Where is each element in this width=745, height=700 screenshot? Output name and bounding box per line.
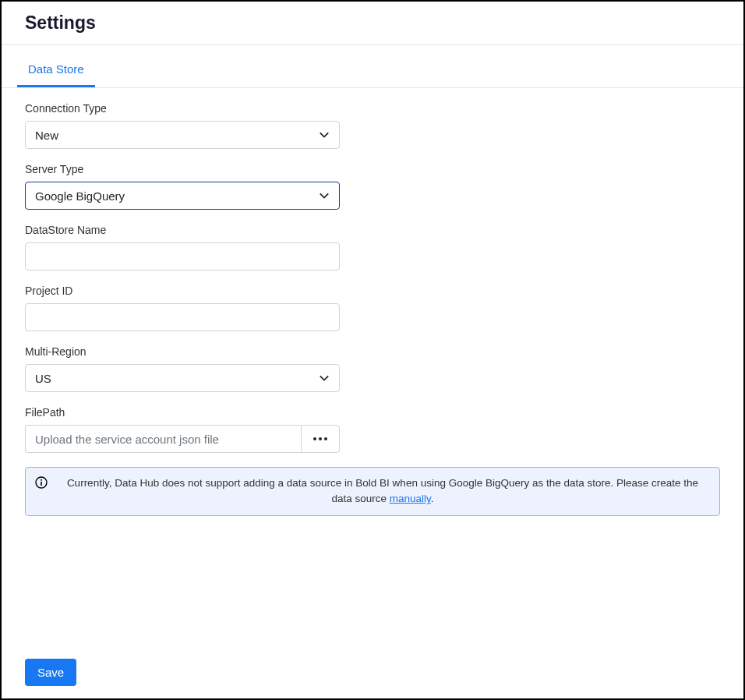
info-link-manually[interactable]: manually [390, 493, 431, 504]
field-datastore-name: DataStore Name [25, 224, 720, 270]
info-banner: Currently, Data Hub does not support add… [25, 467, 720, 516]
info-text: Currently, Data Hub does not support add… [55, 476, 710, 507]
file-path-input[interactable]: Upload the service account json file [25, 425, 301, 453]
info-text-after: . [431, 493, 434, 504]
svg-point-1 [41, 479, 42, 481]
file-path-browse-button[interactable] [301, 425, 340, 453]
tab-bar: Data Store [2, 55, 743, 88]
datastore-name-input-wrapper [25, 242, 340, 270]
field-multi-region: Multi-Region US [25, 345, 720, 392]
settings-window: Settings Data Store Connection Type New … [0, 0, 745, 700]
form-area: Connection Type New Server Type Google B… [2, 88, 743, 659]
connection-type-select[interactable]: New [25, 121, 340, 149]
header: Settings [2, 2, 743, 45]
field-file-path: FilePath Upload the service account json… [25, 406, 720, 453]
multi-region-select[interactable]: US [25, 364, 340, 392]
chevron-down-icon [319, 190, 330, 201]
project-id-input[interactable] [35, 304, 330, 331]
multi-region-label: Multi-Region [25, 345, 720, 358]
field-project-id: Project ID [25, 285, 720, 331]
multi-region-value: US [35, 372, 319, 385]
server-type-label: Server Type [25, 163, 720, 175]
datastore-name-label: DataStore Name [25, 224, 720, 236]
field-connection-type: Connection Type New [25, 102, 720, 149]
file-path-group: Upload the service account json file [25, 425, 340, 453]
tab-data-store[interactable]: Data Store [17, 55, 95, 87]
save-button[interactable]: Save [25, 659, 76, 686]
datastore-name-input[interactable] [35, 243, 330, 270]
info-icon [35, 476, 48, 489]
chevron-down-icon [319, 129, 330, 140]
ellipsis-icon [313, 437, 327, 440]
page-title: Settings [25, 12, 720, 34]
file-path-label: FilePath [25, 406, 720, 419]
server-type-select[interactable]: Google BigQuery [25, 182, 340, 210]
project-id-input-wrapper [25, 303, 340, 331]
connection-type-value: New [35, 129, 319, 142]
project-id-label: Project ID [25, 285, 720, 297]
svg-rect-2 [41, 482, 42, 486]
chevron-down-icon [319, 373, 330, 384]
info-text-before: Currently, Data Hub does not support add… [67, 477, 698, 504]
field-server-type: Server Type Google BigQuery [25, 163, 720, 210]
footer: Save [2, 659, 743, 698]
connection-type-label: Connection Type [25, 102, 720, 115]
server-type-value: Google BigQuery [35, 189, 319, 203]
